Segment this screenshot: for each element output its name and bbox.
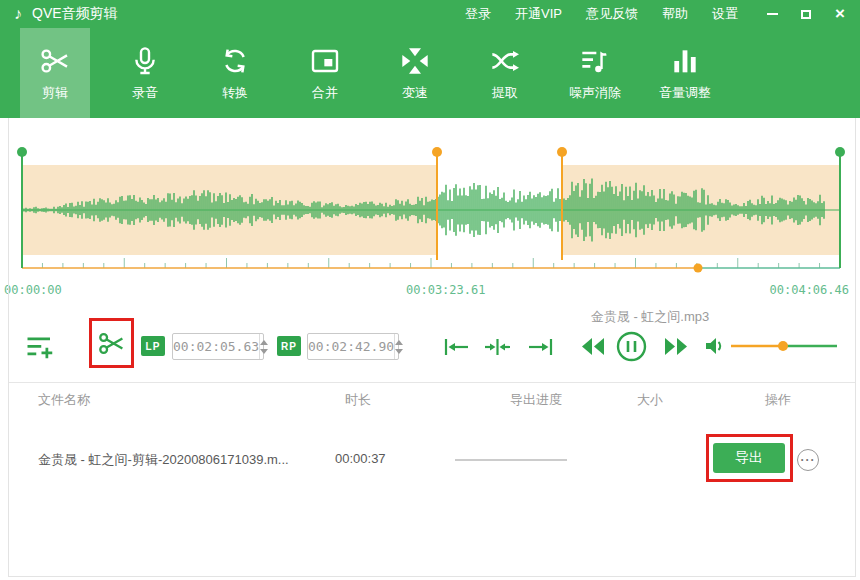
fast-forward-button[interactable]: [663, 336, 689, 357]
main-toolbar: 剪辑 录音 转换 合并: [0, 28, 860, 118]
right-point-spinner[interactable]: [394, 334, 403, 359]
app-title: QVE音频剪辑: [32, 5, 118, 23]
content-left-edge: [8, 118, 9, 577]
column-header-export-progress: 导出进度: [510, 391, 562, 409]
tab-noise-removal[interactable]: 噪声消除: [560, 28, 630, 118]
convert-cycle-icon: [219, 45, 251, 77]
minimize-button[interactable]: [764, 6, 780, 22]
left-point-time-value[interactable]: 00:02:05.63: [173, 339, 259, 354]
row-filename: 金贵晟 - 虹之间-剪辑-20200806171039.m...: [38, 451, 289, 469]
titlebar-menu: 登录 开通VIP 意见反馈 帮助 设置: [465, 5, 738, 23]
left-point-spinner[interactable]: [259, 334, 268, 359]
speed-arrows-icon: [399, 45, 431, 77]
jump-to-end-button[interactable]: [527, 335, 554, 359]
tab-convert[interactable]: 转换: [200, 28, 270, 118]
menu-vip[interactable]: 开通VIP: [515, 5, 562, 23]
tab-label: 合并: [312, 84, 338, 102]
waveform-canvas[interactable]: [0, 118, 860, 308]
waveform-panel[interactable]: 00:00:00 00:03:23.61 00:04:06.46: [0, 118, 860, 308]
menu-feedback[interactable]: 意见反馈: [586, 5, 638, 23]
tab-label: 剪辑: [42, 84, 68, 102]
pause-button[interactable]: [616, 331, 647, 362]
tab-label: 噪声消除: [569, 84, 621, 102]
column-header-actions: 操作: [765, 391, 791, 409]
tab-extract[interactable]: 提取: [470, 28, 540, 118]
row-duration: 00:00:37: [335, 451, 386, 466]
tab-speed[interactable]: 变速: [380, 28, 450, 118]
scissors-icon: [39, 45, 71, 77]
left-point-badge[interactable]: LP: [141, 336, 165, 356]
column-header-duration: 时长: [345, 391, 371, 409]
menu-help[interactable]: 帮助: [662, 5, 688, 23]
menu-settings[interactable]: 设置: [712, 5, 738, 23]
maximize-button[interactable]: [798, 6, 814, 22]
tab-label: 变速: [402, 84, 428, 102]
window-controls: ×: [764, 6, 848, 22]
content-right-edge: [855, 118, 856, 577]
close-button[interactable]: ×: [832, 6, 848, 22]
track-end-marker: [835, 147, 845, 157]
right-point-time-input[interactable]: 00:02:42.90: [307, 333, 399, 360]
extract-shuffle-icon: [489, 45, 521, 77]
timeline-end-time: 00:04:06.46: [770, 283, 849, 297]
timeline-current-time: 00:03:23.61: [406, 283, 485, 297]
noise-removal-icon: [579, 45, 611, 77]
tab-label: 录音: [132, 84, 158, 102]
export-button[interactable]: 导出: [713, 443, 785, 473]
volume-slider[interactable]: [731, 338, 837, 354]
set-marker-center-button[interactable]: [484, 335, 511, 359]
more-options-button[interactable]: ···: [797, 449, 819, 471]
column-header-filename: 文件名称: [38, 391, 90, 409]
volume-speaker-icon[interactable]: [704, 335, 726, 357]
tab-label: 转换: [222, 84, 248, 102]
tab-label: 音量调整: [659, 84, 711, 102]
titlebar: ♪ QVE音频剪辑 登录 开通VIP 意见反馈 帮助 设置 ×: [0, 0, 860, 28]
add-file-button[interactable]: [25, 333, 55, 361]
now-playing-filename: 金贵晟 - 虹之间.mp3: [520, 308, 780, 326]
left-point-time-input[interactable]: 00:02:05.63: [172, 333, 264, 360]
menu-login[interactable]: 登录: [465, 5, 491, 23]
tab-record[interactable]: 录音: [110, 28, 180, 118]
content-bottom-edge: [8, 576, 856, 577]
jump-to-start-button[interactable]: [443, 335, 470, 359]
table-top-divider: [8, 382, 855, 383]
timeline-start-time: 00:00:00: [4, 283, 62, 297]
volume-bars-icon: [669, 45, 701, 77]
tab-merge[interactable]: 合并: [290, 28, 360, 118]
row-export-progress-bar: [455, 459, 567, 461]
selection-left-marker: [432, 147, 442, 157]
app-logo-music-note-icon: ♪: [14, 0, 22, 28]
tab-cut[interactable]: 剪辑: [20, 28, 90, 118]
right-point-time-value[interactable]: 00:02:42.90: [308, 339, 394, 354]
tab-volume-adjust[interactable]: 音量调整: [650, 28, 720, 118]
tab-label: 提取: [492, 84, 518, 102]
track-start-marker: [17, 147, 27, 157]
cut-selection-button[interactable]: [96, 329, 127, 358]
merge-icon: [309, 45, 341, 77]
playhead-handle: [694, 264, 703, 273]
rewind-button[interactable]: [580, 336, 606, 357]
right-point-badge[interactable]: RP: [277, 336, 301, 356]
microphone-icon: [129, 45, 161, 77]
volume-slider-handle: [778, 341, 788, 351]
column-header-size: 大小: [637, 391, 663, 409]
selection-right-marker: [557, 147, 567, 157]
